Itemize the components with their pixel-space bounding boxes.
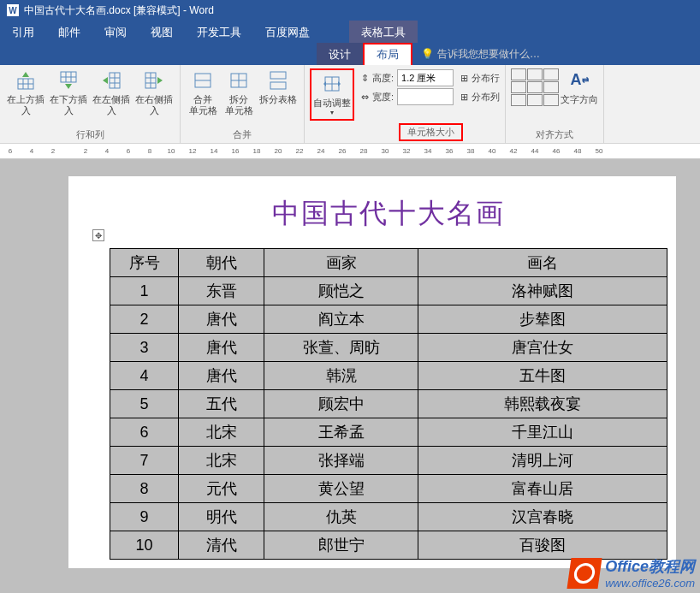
tab-developer[interactable]: 开发工具 — [185, 21, 253, 43]
page[interactable]: ✥ 中国古代十大名画 序号 朝代 画家 画名 1东晋顾恺之洛神赋图2唐代阎立本步… — [68, 176, 676, 568]
tell-me-placeholder: 告诉我您想要做什么… — [437, 47, 540, 62]
col-width[interactable]: ⇔ 宽度: — [361, 87, 454, 106]
svg-marker-4 — [22, 72, 29, 77]
table-row[interactable]: 1东晋顾恺之洛神赋图 — [110, 277, 667, 305]
table-header-row[interactable]: 序号 朝代 画家 画名 — [110, 249, 667, 277]
table-row[interactable]: 4唐代韩滉五牛图 — [110, 362, 667, 390]
autofit-button[interactable]: 自动调整 ▾ — [310, 68, 354, 121]
word-icon: W — [7, 4, 19, 16]
ribbon-tabs: 引用 邮件 审阅 视图 开发工具 百度网盘 表格工具 — [0, 21, 700, 43]
group-label-merge: 合并 — [186, 127, 299, 143]
height-input[interactable] — [397, 69, 454, 86]
alignment-grid[interactable] — [511, 68, 559, 106]
svg-rect-25 — [270, 72, 286, 79]
table-row[interactable]: 10清代郎世宁百骏图 — [110, 531, 667, 560]
tab-references[interactable]: 引用 — [0, 21, 46, 43]
width-icon: ⇔ — [361, 92, 369, 103]
merge-cells-button[interactable]: 合并 单元格 — [186, 68, 220, 116]
insert-above-icon — [14, 68, 38, 92]
group-label-alignment: 对齐方式 — [511, 127, 598, 143]
group-cell-size: ⇕ 高度: ⇔ 宽度: ⊞ 分布行 ⊞ 分布列 — [356, 65, 506, 143]
bulb-icon: 💡 — [421, 48, 434, 60]
document-title: 中国古代十大名画.docx [兼容模式] - Word — [24, 3, 214, 18]
ribbon-subtabs: 设计 布局 💡 告诉我您想要做什么… — [0, 43, 700, 65]
table-row[interactable]: 2唐代阎立本步辇图 — [110, 305, 667, 334]
data-table[interactable]: 序号 朝代 画家 画名 1东晋顾恺之洛神赋图2唐代阎立本步辇图3唐代张萱、周昉唐… — [110, 248, 667, 560]
text-direction-button[interactable]: A⇄ 文字方向 — [561, 68, 598, 105]
svg-marker-19 — [157, 77, 163, 84]
split-cells-button[interactable]: 拆分 单元格 — [222, 68, 256, 116]
tab-layout[interactable]: 布局 — [363, 43, 412, 65]
group-autofit: 自动调整 ▾ — [305, 65, 356, 143]
tab-review[interactable]: 审阅 — [92, 21, 139, 43]
svg-marker-14 — [103, 77, 108, 84]
watermark-url: www.office26.com — [605, 577, 695, 590]
table-row[interactable]: 5五代顾宏中韩熙载夜宴 — [110, 390, 667, 418]
tab-view[interactable]: 视图 — [139, 21, 185, 43]
table-move-handle[interactable]: ✥ — [92, 229, 104, 241]
watermark-logo-icon — [567, 558, 602, 589]
table-row[interactable]: 6北宋王希孟千里江山 — [110, 418, 667, 447]
tab-baidu[interactable]: 百度网盘 — [253, 21, 322, 43]
group-alignment: A⇄ 文字方向 对齐方式 — [506, 65, 604, 143]
width-input[interactable] — [397, 88, 454, 105]
titlebar: W 中国古代十大名画.docx [兼容模式] - Word — [0, 0, 700, 21]
distribute-cols-icon: ⊞ — [460, 92, 468, 103]
split-table-button[interactable]: 拆分表格 — [258, 68, 299, 105]
insert-above-button[interactable]: 在上方插入 — [5, 68, 46, 116]
distribute-rows-icon: ⊞ — [460, 73, 468, 84]
tab-mailings[interactable]: 邮件 — [46, 21, 92, 43]
table-row[interactable]: 9明代仇英汉宫春晓 — [110, 503, 667, 531]
tell-me[interactable]: 💡 告诉我您想要做什么… — [412, 43, 549, 65]
insert-below-button[interactable]: 在下方插入 — [48, 68, 89, 116]
group-rows-cols: 在上方插入 在下方插入 在左侧插入 在右侧插入 行和列 — [0, 65, 181, 143]
insert-right-icon — [142, 68, 166, 92]
table-row[interactable]: 3唐代张萱、周昉唐宫仕女 — [110, 334, 667, 362]
context-tab-table-tools: 表格工具 — [349, 21, 418, 43]
distribute-cols-button[interactable]: ⊞ 分布列 — [460, 87, 500, 106]
ribbon: 在上方插入 在下方插入 在左侧插入 在右侧插入 行和列 — [0, 65, 700, 144]
table-row[interactable]: 8元代黄公望富春山居 — [110, 475, 667, 503]
watermark-title: Office教程网 — [605, 556, 695, 577]
distribute-rows-button[interactable]: ⊞ 分布行 — [460, 68, 500, 87]
table-row[interactable]: 7北宋张择端清明上河 — [110, 447, 667, 475]
group-label-rows-cols: 行和列 — [5, 127, 175, 143]
group-merge: 合并 单元格 拆分 单元格 拆分表格 合并 — [181, 65, 305, 143]
autofit-icon — [320, 72, 344, 96]
chevron-down-icon: ▾ — [330, 109, 334, 117]
row-height[interactable]: ⇕ 高度: — [361, 68, 454, 87]
text-direction-icon: A⇄ — [567, 68, 591, 92]
document-area: ✥ 中国古代十大名画 序号 朝代 画家 画名 1东晋顾恺之洛神赋图2唐代阎立本步… — [0, 159, 700, 593]
merge-cells-icon — [191, 68, 215, 92]
insert-below-icon — [56, 68, 80, 92]
split-cells-icon — [227, 68, 251, 92]
split-table-icon — [266, 68, 290, 92]
height-icon: ⇕ — [361, 73, 369, 84]
insert-left-button[interactable]: 在左侧插入 — [91, 68, 132, 116]
insert-right-button[interactable]: 在右侧插入 — [133, 68, 175, 116]
document-heading[interactable]: 中国古代十大名画 — [110, 195, 667, 233]
svg-marker-9 — [65, 84, 72, 89]
watermark: Office教程网 www.office26.com — [569, 556, 695, 590]
insert-left-icon — [99, 68, 123, 92]
svg-rect-26 — [270, 82, 286, 89]
group-label-cell-size: 单元格大小 — [399, 123, 463, 141]
tab-design[interactable]: 设计 — [317, 43, 363, 65]
horizontal-ruler[interactable]: 642 2468 10121416 18202224 26283032 3436… — [0, 144, 700, 159]
